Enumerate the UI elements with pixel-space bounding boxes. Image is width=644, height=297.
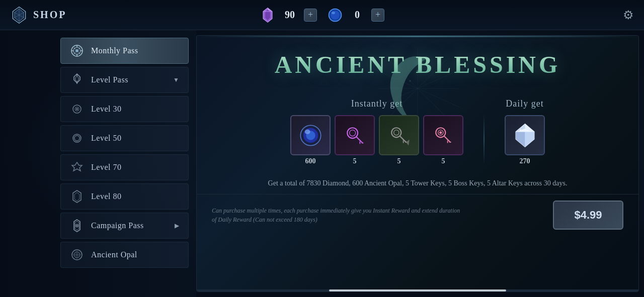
svg-point-76	[519, 129, 521, 131]
sidebar-item-level-30[interactable]: Level 30	[60, 96, 189, 122]
level-pass-label: Level Pass	[91, 75, 166, 84]
svg-point-54	[350, 130, 356, 136]
reward-key3-box	[423, 115, 463, 155]
svg-point-58	[347, 128, 358, 138]
sidebar-item-level-70[interactable]: Level 70	[60, 154, 189, 180]
svg-point-69	[439, 131, 442, 134]
daily-items: 270	[505, 115, 545, 165]
settings-area: ⚙	[623, 8, 634, 22]
scrollbar-thumb[interactable]	[329, 289, 506, 291]
level-70-icon	[70, 160, 84, 174]
buy-button[interactable]: $4.99	[553, 201, 623, 230]
level-80-icon	[70, 189, 84, 204]
sidebar-item-level-80[interactable]: Level 80	[60, 183, 189, 210]
svg-line-61	[400, 136, 406, 142]
svg-point-22	[76, 108, 78, 110]
svg-line-38	[418, 88, 446, 117]
settings-icon[interactable]: ⚙	[623, 9, 634, 22]
diamond-icon	[511, 122, 539, 149]
opal-icon	[297, 122, 325, 149]
orb-icon	[327, 7, 343, 23]
level-pass-arrow: ▼	[173, 76, 179, 84]
svg-point-10	[331, 11, 340, 20]
key2-icon	[386, 122, 412, 148]
currency-gem-group: 90 +	[260, 7, 317, 23]
reward-key2-box	[379, 115, 419, 155]
main-layout: Monthly Pass Level Pass ▼	[0, 30, 644, 297]
gem-icon	[260, 7, 276, 23]
svg-point-59	[391, 128, 401, 137]
ancient-opal-label: Ancient Opal	[91, 250, 179, 259]
reward-key1-box	[335, 115, 375, 155]
svg-line-55	[356, 137, 363, 143]
sidebar: Monthly Pass Level Pass ▼	[0, 30, 196, 297]
reward-key1: 5	[335, 115, 375, 165]
ancient-opal-icon	[70, 248, 84, 262]
blessing-title: ANCIENT BLESSING	[207, 51, 628, 78]
currency-orb-group: 0 +	[327, 7, 384, 23]
reward-key3-count: 5	[442, 157, 445, 165]
key1-icon	[342, 122, 368, 148]
reward-key2-count: 5	[397, 157, 401, 165]
svg-point-60	[394, 130, 399, 135]
svg-line-66	[444, 136, 450, 142]
sidebar-item-level-pass[interactable]: Level Pass ▼	[60, 67, 189, 93]
level-50-label: Level 50	[91, 134, 179, 143]
svg-marker-27	[74, 192, 79, 201]
daily-title: Daily get	[506, 98, 543, 109]
campaign-pass-icon	[70, 219, 84, 233]
orb-value: 0	[347, 9, 367, 21]
svg-point-11	[332, 11, 335, 14]
reward-opal-box	[290, 115, 331, 155]
monthly-pass-icon	[70, 44, 84, 58]
sidebar-item-ancient-opal[interactable]: Ancient Opal	[60, 242, 189, 268]
content-panel: ANCIENT BLESSING Instantly get	[196, 35, 639, 292]
level-pass-icon	[70, 73, 84, 87]
level-70-label: Level 70	[91, 163, 179, 172]
sidebar-item-level-50[interactable]: Level 50	[60, 125, 189, 151]
level-80-label: Level 80	[91, 192, 179, 201]
currency-bar: 90 + 0 +	[260, 7, 384, 23]
sidebar-item-monthly-pass[interactable]: Monthly Pass	[60, 38, 189, 64]
svg-point-50	[304, 129, 310, 134]
shop-title: SHOP	[33, 9, 66, 21]
shop-logo-icon	[10, 6, 28, 24]
fine-print-text: Can purchase multiple times, each purcha…	[212, 206, 463, 224]
level-30-label: Level 30	[91, 105, 179, 114]
reward-divider	[484, 114, 485, 164]
header: SHOP 90 + 0 + ⚙	[0, 0, 644, 30]
reward-key1-count: 5	[353, 157, 357, 165]
orb-add-button[interactable]: +	[371, 9, 384, 22]
svg-point-29	[76, 225, 78, 227]
level-30-icon	[70, 102, 84, 116]
reward-diamond: 270	[505, 115, 545, 165]
reward-diamond-count: 270	[520, 157, 530, 165]
scrollbar[interactable]	[197, 289, 638, 291]
level-50-icon	[70, 131, 84, 145]
sidebar-item-campaign-pass[interactable]: Campaign Pass ▶	[60, 213, 189, 239]
reward-key3: 5	[423, 115, 463, 165]
bottom-section: Can purchase multiple times, each purcha…	[197, 194, 638, 236]
campaign-pass-label: Campaign Pass	[91, 221, 168, 230]
shop-logo: SHOP	[10, 6, 66, 24]
gem-value: 90	[280, 9, 300, 21]
monthly-pass-label: Monthly Pass	[91, 46, 179, 55]
reward-opal-count: 600	[305, 157, 316, 165]
svg-marker-25	[72, 162, 82, 171]
blessing-header: ANCIENT BLESSING	[197, 36, 638, 83]
description-text: Get a total of 7830 Diamond, 600 Ancient…	[197, 175, 638, 191]
daily-group: Daily get	[505, 98, 545, 165]
svg-point-24	[74, 136, 79, 141]
gem-add-button[interactable]: +	[304, 9, 317, 22]
reward-diamond-box	[505, 115, 545, 155]
key3-icon	[430, 122, 456, 148]
reward-opal: 600	[290, 115, 331, 165]
reward-key2: 5	[379, 115, 419, 165]
svg-point-15	[75, 49, 78, 52]
svg-marker-17	[75, 76, 78, 82]
campaign-pass-arrow: ▶	[175, 222, 179, 230]
svg-line-42	[418, 88, 463, 109]
